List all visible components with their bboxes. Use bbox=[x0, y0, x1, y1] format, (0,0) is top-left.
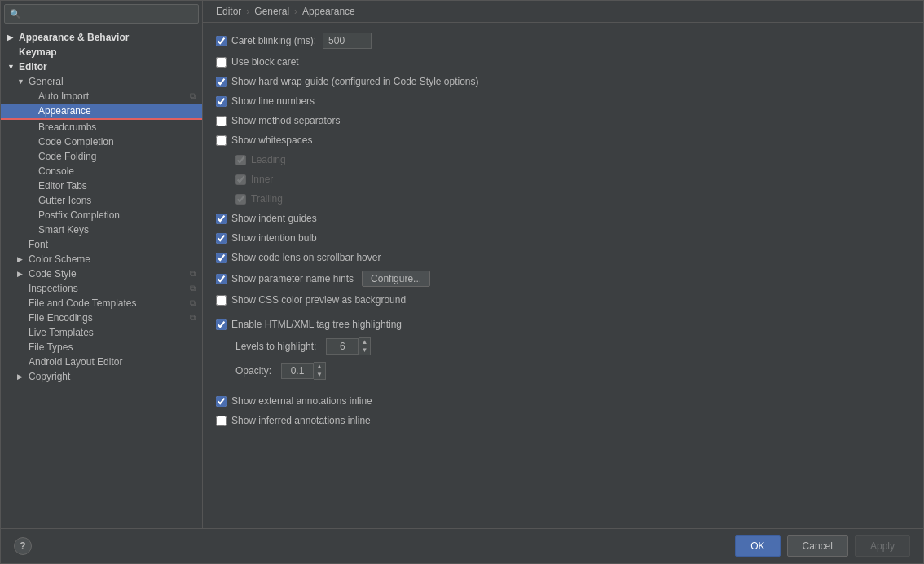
copy-icon: ⧉ bbox=[190, 298, 196, 308]
spinner-arrows: ▲ ▼ bbox=[359, 337, 371, 355]
breadcrumb-sep2: › bbox=[294, 6, 297, 17]
sidebar-item-gutter-icons[interactable]: Gutter Icons bbox=[1, 193, 202, 208]
line-numbers-label[interactable]: Show line numbers bbox=[216, 95, 315, 107]
sidebar-item-file-code-templates[interactable]: File and Code Templates ⧉ bbox=[1, 296, 202, 311]
sidebar-item-appearance[interactable]: Appearance bbox=[1, 104, 202, 120]
sidebar-item-appearance-behavior[interactable]: ▶ Appearance & Behavior bbox=[1, 30, 202, 45]
inferred-annotations-label[interactable]: Show inferred annotations inline bbox=[216, 415, 371, 426]
css-preview-checkbox[interactable] bbox=[216, 295, 227, 306]
html-xml-label[interactable]: Enable HTML/XML tag tree highlighting bbox=[216, 319, 402, 330]
leading-checkbox[interactable] bbox=[235, 155, 246, 165]
sidebar-item-console[interactable]: Console bbox=[1, 164, 202, 178]
sidebar-item-android-layout-editor[interactable]: Android Layout Editor bbox=[1, 355, 202, 369]
html-xml-checkbox[interactable] bbox=[216, 319, 227, 330]
hard-wrap-checkbox[interactable] bbox=[216, 77, 227, 87]
caret-blinking-row: Caret blinking (ms): bbox=[216, 29, 910, 52]
sidebar-item-editor-tabs[interactable]: Editor Tabs bbox=[1, 178, 202, 193]
sidebar-item-live-templates[interactable]: Live Templates bbox=[1, 325, 202, 340]
inner-checkbox[interactable] bbox=[235, 174, 246, 185]
sidebar-item-color-scheme[interactable]: ▶ Color Scheme bbox=[1, 252, 202, 267]
param-hints-checkbox[interactable] bbox=[216, 274, 227, 284]
sidebar-item-file-encodings[interactable]: File Encodings ⧉ bbox=[1, 311, 202, 325]
sidebar-item-code-completion[interactable]: Code Completion bbox=[1, 134, 202, 149]
search-box[interactable]: 🔍 bbox=[4, 4, 199, 24]
inferred-annotations-checkbox[interactable] bbox=[216, 416, 227, 426]
dialog-body: 🔍 ▶ Appearance & Behavior Keymap ▼ Edito… bbox=[1, 1, 923, 528]
sidebar-item-file-types[interactable]: File Types bbox=[1, 340, 202, 355]
configure-button[interactable]: Configure... bbox=[362, 271, 430, 287]
hard-wrap-row: Show hard wrap guide (configured in Code… bbox=[216, 72, 910, 91]
sidebar-item-code-style[interactable]: ▶ Code Style ⧉ bbox=[1, 267, 202, 281]
help-button[interactable]: ? bbox=[14, 537, 32, 555]
intention-bulb-checkbox[interactable] bbox=[216, 233, 227, 244]
external-annotations-label[interactable]: Show external annotations inline bbox=[216, 395, 372, 407]
caret-blinking-label[interactable]: Caret blinking (ms): bbox=[216, 35, 316, 46]
code-lens-label[interactable]: Show code lens on scrollbar hover bbox=[216, 252, 381, 263]
levels-down-arrow[interactable]: ▼ bbox=[359, 346, 370, 355]
caret-blinking-checkbox[interactable] bbox=[216, 36, 227, 46]
code-lens-checkbox[interactable] bbox=[216, 253, 227, 263]
leading-label[interactable]: Leading bbox=[235, 154, 286, 165]
opacity-input[interactable] bbox=[281, 363, 314, 379]
method-separators-label[interactable]: Show method separators bbox=[216, 115, 340, 126]
sidebar-item-breadcrumbs[interactable]: Breadcrumbs bbox=[1, 120, 202, 134]
sidebar-item-general[interactable]: ▼ General bbox=[1, 74, 202, 89]
code-lens-text: Show code lens on scrollbar hover bbox=[231, 252, 381, 263]
sidebar-item-editor[interactable]: ▼ Editor bbox=[1, 59, 202, 74]
copy-icon: ⧉ bbox=[190, 269, 196, 279]
inner-row: Inner bbox=[216, 170, 910, 189]
sidebar-item-copyright[interactable]: ▶ Copyright bbox=[1, 369, 202, 384]
opacity-row: Opacity: ▲ ▼ bbox=[216, 359, 910, 383]
levels-input[interactable] bbox=[326, 338, 359, 355]
inner-label[interactable]: Inner bbox=[235, 174, 273, 185]
levels-row: Levels to highlight: ▲ ▼ bbox=[216, 334, 910, 359]
sidebar-item-auto-import[interactable]: Auto Import ⧉ bbox=[1, 89, 202, 104]
leading-text: Leading bbox=[251, 154, 286, 165]
intention-bulb-label[interactable]: Show intention bulb bbox=[216, 232, 317, 244]
cancel-button[interactable]: Cancel bbox=[787, 535, 848, 557]
copy-icon: ⧉ bbox=[190, 313, 196, 323]
block-caret-label[interactable]: Use block caret bbox=[216, 56, 299, 68]
sidebar-item-label: Android Layout Editor bbox=[29, 356, 122, 368]
whitespaces-label[interactable]: Show whitespaces bbox=[216, 134, 312, 146]
ok-button[interactable]: OK bbox=[735, 535, 780, 557]
indent-guides-row: Show indent guides bbox=[216, 209, 910, 228]
sidebar-item-label: File Types bbox=[29, 341, 73, 353]
caret-blinking-input[interactable] bbox=[323, 33, 372, 49]
line-numbers-checkbox[interactable] bbox=[216, 96, 227, 107]
css-preview-label[interactable]: Show CSS color preview as background bbox=[216, 294, 406, 306]
trailing-checkbox[interactable] bbox=[235, 194, 246, 205]
indent-guides-label[interactable]: Show indent guides bbox=[216, 213, 317, 224]
trailing-label[interactable]: Trailing bbox=[235, 193, 283, 205]
sidebar-item-smart-keys[interactable]: Smart Keys bbox=[1, 223, 202, 237]
opacity-up-arrow[interactable]: ▲ bbox=[314, 363, 325, 371]
sidebar-tree: ▶ Appearance & Behavior Keymap ▼ Editor … bbox=[1, 27, 202, 528]
sidebar-item-postfix-completion[interactable]: Postfix Completion bbox=[1, 208, 202, 223]
dialog-footer: ? OK Cancel Apply bbox=[1, 528, 923, 563]
sidebar-item-code-folding[interactable]: Code Folding bbox=[1, 149, 202, 164]
hard-wrap-label[interactable]: Show hard wrap guide (configured in Code… bbox=[216, 76, 479, 87]
whitespaces-checkbox[interactable] bbox=[216, 135, 227, 146]
sidebar-item-label: Live Templates bbox=[29, 327, 94, 338]
levels-up-arrow[interactable]: ▲ bbox=[359, 338, 370, 346]
apply-button[interactable]: Apply bbox=[855, 535, 910, 557]
block-caret-checkbox[interactable] bbox=[216, 57, 227, 68]
footer-left: ? bbox=[14, 537, 32, 555]
settings-dialog: 🔍 ▶ Appearance & Behavior Keymap ▼ Edito… bbox=[0, 0, 924, 564]
sidebar-item-inspections[interactable]: Inspections ⧉ bbox=[1, 281, 202, 296]
sidebar-item-label: Appearance & Behavior bbox=[19, 32, 129, 43]
indent-guides-checkbox[interactable] bbox=[216, 214, 227, 224]
param-hints-label[interactable]: Show parameter name hints bbox=[216, 273, 354, 284]
breadcrumb-appearance: Appearance bbox=[302, 6, 355, 17]
method-separators-checkbox[interactable] bbox=[216, 116, 227, 126]
external-annotations-checkbox[interactable] bbox=[216, 396, 227, 407]
sidebar-item-keymap[interactable]: Keymap bbox=[1, 45, 202, 59]
opacity-down-arrow[interactable]: ▼ bbox=[314, 371, 325, 379]
leading-row: Leading bbox=[216, 150, 910, 170]
breadcrumb: Editor › General › Appearance bbox=[203, 1, 923, 23]
breadcrumb-sep1: › bbox=[246, 6, 249, 17]
search-input[interactable] bbox=[24, 8, 193, 20]
sidebar-item-font[interactable]: Font bbox=[1, 237, 202, 252]
expand-arrow: ▶ bbox=[17, 255, 25, 263]
sidebar-item-label: Inspections bbox=[29, 283, 78, 294]
